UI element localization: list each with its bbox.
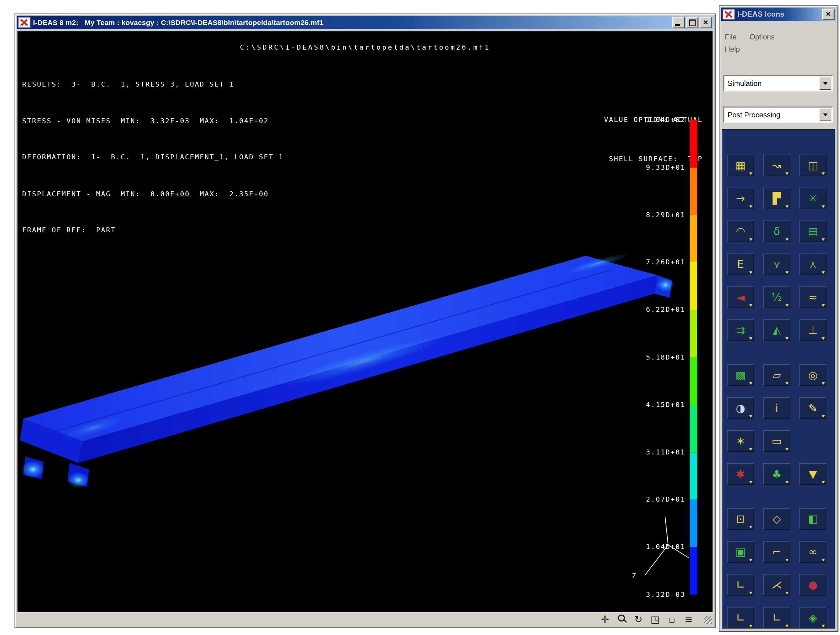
- menu-file[interactable]: File: [725, 31, 736, 43]
- menu-lines-icon[interactable]: ≡: [683, 613, 695, 625]
- mesh-values-icon[interactable]: ▩: [727, 364, 754, 386]
- dropdown-button[interactable]: [819, 77, 831, 90]
- task-dropdown-value: Post Processing: [728, 111, 780, 118]
- clip-region-icon[interactable]: ▱: [763, 364, 790, 386]
- reorient-icon[interactable]: ◳: [649, 613, 661, 625]
- legend-label: 5.18D+01: [646, 353, 685, 361]
- glyph: E: [737, 259, 744, 270]
- icons-titlebar[interactable]: I-DEAS Icons ×: [721, 8, 836, 21]
- glyph: ◑: [736, 403, 745, 414]
- wireframe-box-icon[interactable]: ◇: [763, 508, 790, 530]
- stop-circle-icon[interactable]: ●: [799, 574, 826, 596]
- ideas-logo-icon: [723, 9, 734, 19]
- menu-help[interactable]: Help: [725, 43, 740, 55]
- view-mid-corner-icon[interactable]: ∟: [763, 607, 790, 629]
- chevron-down-icon: [823, 82, 828, 85]
- inspect-zoom-icon[interactable]: ◎: [799, 364, 826, 386]
- strain-energy-icon[interactable]: E: [727, 254, 754, 275]
- spectacles-icon[interactable]: ∞: [799, 541, 826, 562]
- resize-grip[interactable]: [704, 616, 712, 624]
- iso-shaded-icon[interactable]: ◈: [799, 607, 826, 629]
- glyph: ◧: [808, 513, 818, 524]
- glyph: ✶: [736, 436, 745, 447]
- pan-icon[interactable]: ✛: [599, 613, 611, 625]
- view-left-corner-icon[interactable]: ∟: [727, 607, 754, 629]
- legend-label: 3.11D+01: [646, 448, 685, 456]
- axis-plane-icon[interactable]: ⊥: [799, 319, 826, 341]
- results-info-block: RESULTS: 3- B.C. 1, STRESS_3, LOAD SET 1…: [22, 54, 284, 261]
- measure-ruler-icon[interactable]: ▭: [763, 430, 790, 452]
- edit-pencil-icon[interactable]: ✎: [799, 397, 826, 419]
- select-cloud-icon[interactable]: ◠: [727, 221, 754, 242]
- animate-results-icon[interactable]: ◫: [799, 155, 826, 176]
- view-corner-icon[interactable]: ∟: [727, 574, 754, 596]
- viewport-flag-icon[interactable]: ⌐: [763, 541, 790, 562]
- shade-fan-icon[interactable]: ◭: [763, 319, 790, 341]
- submenu-arrow-icon: [785, 448, 789, 451]
- glyph: ↝: [772, 160, 781, 171]
- minimize-button[interactable]: [673, 17, 685, 28]
- triad-z-label: Z: [632, 572, 636, 580]
- ideas-logo-icon: [19, 17, 30, 27]
- rotate-triad-icon[interactable]: ⋌: [763, 574, 790, 596]
- xy-graph-icon[interactable]: ⋎: [763, 254, 790, 275]
- deformed-geometry-icon[interactable]: ↝: [763, 155, 790, 176]
- dropdown-button[interactable]: [819, 108, 831, 121]
- screen-display-icon[interactable]: ⊡: [727, 508, 754, 530]
- glyph: ∟: [772, 612, 781, 623]
- bar-chart-icon[interactable]: ▛: [763, 188, 790, 209]
- results-line: RESULTS: 3- B.C. 1, STRESS_3, LOAD SET 1: [22, 78, 284, 90]
- display-arrow-icon[interactable]: →: [727, 188, 754, 209]
- rotate-icon[interactable]: ↻: [632, 613, 644, 625]
- application-dropdown[interactable]: Simulation: [723, 75, 833, 92]
- label-star-icon[interactable]: ✶: [727, 430, 754, 452]
- glyph: ∟: [736, 579, 745, 590]
- submenu-arrow-icon: [749, 481, 753, 484]
- mode-wave-icon[interactable]: ≈: [799, 286, 826, 308]
- shaded-sphere-icon[interactable]: ◑: [727, 397, 754, 419]
- zoom-icon[interactable]: [616, 613, 628, 625]
- spray-select-icon[interactable]: ✱: [727, 463, 754, 485]
- menu-options[interactable]: Options: [749, 31, 775, 43]
- glyph: ◇: [772, 513, 781, 524]
- close-button[interactable]: ×: [822, 9, 834, 20]
- task-dropdown[interactable]: Post Processing: [723, 107, 833, 123]
- application-dropdown-value: Simulation: [728, 79, 762, 87]
- legend-label: 1.04D+01: [646, 543, 685, 551]
- show-values-icon[interactable]: ½: [763, 286, 790, 308]
- graphics-viewport[interactable]: C:\SDRC\I-DEAS8\bin\tartopelda\tartoom26…: [17, 31, 713, 612]
- glyph: ✱: [736, 469, 745, 479]
- free-shape-icon[interactable]: ✳: [799, 188, 826, 209]
- info-icon[interactable]: i: [763, 397, 790, 419]
- glyph: ⊥: [808, 325, 818, 335]
- glyph: ▛: [772, 193, 781, 204]
- hidden-line-icon[interactable]: ◧: [799, 508, 826, 530]
- legend-band: [690, 215, 697, 262]
- copy-stack-icon[interactable]: ⇉: [727, 319, 754, 341]
- legend-band: [690, 310, 697, 357]
- submenu-arrow-icon: [749, 448, 753, 451]
- model-file-path: C:\SDRC\I-DEAS8\bin\tartopelda\tartoom26…: [18, 43, 712, 51]
- legend-band: [690, 120, 697, 167]
- menubar: File Options Help: [725, 31, 812, 56]
- submenu-arrow-icon: [749, 625, 753, 628]
- glyph: δ: [774, 226, 780, 237]
- close-button[interactable]: ×: [699, 17, 712, 28]
- legend-band: [690, 404, 697, 452]
- delete-funnel-icon[interactable]: ▼: [799, 463, 826, 485]
- legend-band: [690, 452, 697, 500]
- submenu-arrow-icon: [821, 382, 825, 385]
- submenu-arrow-icon: [749, 239, 753, 241]
- contour-display-icon[interactable]: ▦: [727, 155, 754, 176]
- submenu-arrow-icon: [785, 205, 789, 208]
- main-titlebar[interactable]: I-DEAS 8 m2: My Team : kovacsgy : C:\SDR…: [17, 16, 713, 29]
- chevron-down-icon: [823, 114, 828, 116]
- maximize-button[interactable]: [686, 17, 698, 28]
- window-icon[interactable]: ▫: [666, 613, 678, 625]
- function-curve-icon[interactable]: ⋏: [799, 254, 826, 275]
- group-manage-icon[interactable]: ♣: [763, 463, 790, 485]
- delta-results-icon[interactable]: δ: [763, 221, 790, 242]
- report-list-icon[interactable]: ▤: [799, 221, 826, 242]
- probe-flag-icon[interactable]: ◄: [727, 286, 754, 308]
- capture-image-icon[interactable]: ▣: [727, 541, 754, 562]
